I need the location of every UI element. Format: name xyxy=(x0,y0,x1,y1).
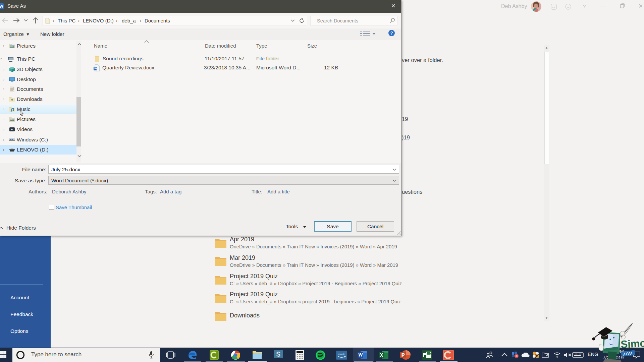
svg-text:music: music xyxy=(338,353,345,356)
svg-text:?: ? xyxy=(390,31,393,36)
